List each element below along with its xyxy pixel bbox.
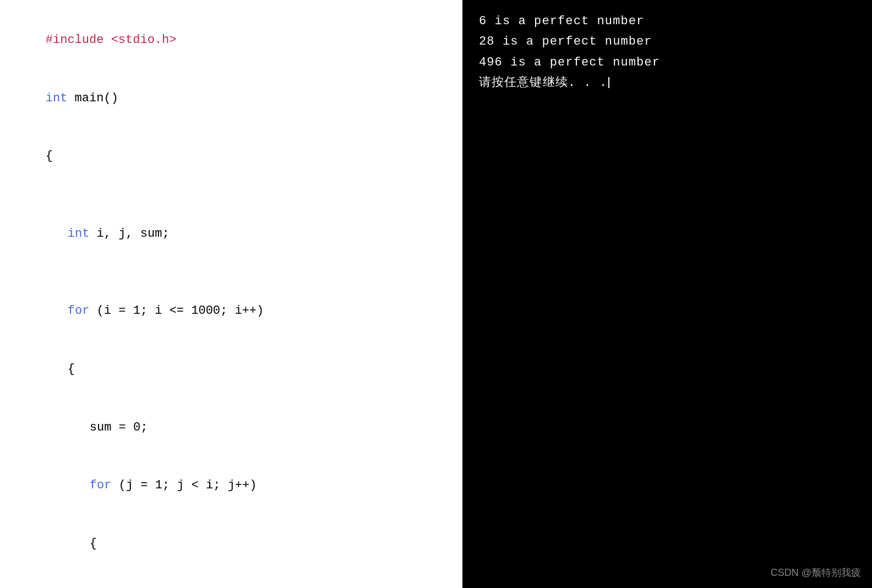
include-text: #include <stdio.h> (46, 33, 177, 47)
code-line-if: if (i % j == 0) (17, 573, 446, 588)
blank-line-2 (17, 263, 446, 282)
watermark: CSDN @颓特别我疲 (771, 564, 861, 581)
blank-line-1 (17, 186, 446, 205)
output-line-3: 496 is a perfect number (479, 52, 855, 73)
output-line-1: 6 is a perfect number (479, 11, 855, 31)
keyword-for-1: for (68, 304, 90, 318)
output-line-2: 28 is a perfect number (479, 31, 855, 52)
code-line-for-brace-open: { (17, 340, 446, 399)
code-line-include: #include <stdio.h> (17, 11, 446, 69)
code-line-for-inner: for (j = 1; j < i; j++) (17, 456, 446, 515)
code-line-for-inner-brace: { (17, 515, 446, 573)
code-line-sum-init: sum = 0; (17, 398, 446, 456)
output-line-4: 请按任意键继续. . . (479, 73, 855, 93)
keyword-for-2: for (90, 478, 112, 492)
code-line-brace-open: { (17, 127, 446, 186)
code-line-for-outer: for (i = 1; i <= 1000; i++) (17, 282, 446, 340)
code-line-int-decl: int i, j, sum; (17, 205, 446, 263)
keyword-int: int (46, 91, 68, 105)
output-panel: 6 is a perfect number 28 is a perfect nu… (462, 0, 872, 588)
keyword-int-2: int (68, 227, 90, 241)
cursor (608, 77, 609, 88)
code-panel: #include <stdio.h> int main() { int i, j… (0, 0, 462, 588)
code-line-main: int main() (17, 69, 446, 128)
